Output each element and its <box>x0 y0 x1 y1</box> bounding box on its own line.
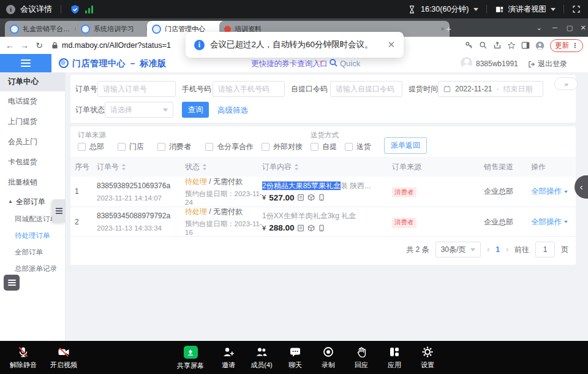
goto-page-input[interactable] <box>535 242 555 258</box>
quick-search-icon[interactable] <box>329 58 338 67</box>
url-text[interactable]: md.maboy.cn/AllOrder?status=1 <box>62 41 171 50</box>
sort-icon[interactable] <box>294 164 299 170</box>
sidebar-sub-all-orders[interactable]: 全部订单 <box>0 244 65 261</box>
table-row[interactable]: 1 83859389251069376a 2023-11-21 14:14:07… <box>70 177 576 207</box>
reload-icon[interactable]: ↻ <box>32 40 47 50</box>
record-button[interactable]: 录制 <box>311 346 345 370</box>
dispatch-return-button[interactable]: 派单返回 <box>384 137 427 154</box>
date-range-picker[interactable]: 2022-11-21 - 结束日期 <box>438 81 543 97</box>
date-start-value[interactable]: 2022-11-21 <box>455 85 492 93</box>
window-minimize-button[interactable]: ─ <box>548 18 562 37</box>
browser-menu-icon[interactable]: ⋮ <box>571 42 578 50</box>
settings-button[interactable]: 设置 <box>410 346 445 370</box>
sidebar-item-card-pickup[interactable]: 卡包提货 <box>0 152 65 172</box>
sidebar-drag-handle[interactable] <box>52 199 66 223</box>
checkbox-icon[interactable] <box>205 143 213 151</box>
order-id[interactable]: 83859389251069376a <box>97 181 185 191</box>
browser-tab-2[interactable]: 系统培训学习 × <box>76 21 154 37</box>
sidebar-item-batch-verify[interactable]: 批量核销 <box>0 172 65 193</box>
order-status-select[interactable]: 请选择 <box>105 102 173 118</box>
collapse-panel-button[interactable]: » <box>554 77 578 90</box>
password-key-icon[interactable] <box>465 41 473 50</box>
logout-button[interactable]: 退出登录 <box>528 59 567 69</box>
network-signal-icon[interactable] <box>85 6 93 13</box>
product-name-highlighted[interactable]: 2份精品大果85苹果礼盒 <box>262 181 341 190</box>
receipt-icon[interactable] <box>297 224 304 232</box>
back-icon[interactable]: ← <box>2 40 17 50</box>
date-end-placeholder[interactable]: 结束日期 <box>503 84 533 94</box>
prev-page-icon[interactable]: ‹ <box>487 245 489 254</box>
user-avatar[interactable] <box>461 57 472 69</box>
order-id[interactable]: 83859345088979792a <box>97 212 185 221</box>
checkbox-icon[interactable] <box>345 143 353 151</box>
pickup-code-input[interactable] <box>330 81 402 97</box>
checkbox-consumer[interactable]: 消费者 <box>157 142 191 152</box>
fullscreen-icon[interactable] <box>572 5 581 13</box>
start-video-button[interactable]: 开启视频 <box>47 346 81 370</box>
sort-icon[interactable] <box>121 164 126 170</box>
page-size-select[interactable]: 30条/页 <box>435 242 481 258</box>
lock-icon[interactable] <box>51 42 58 49</box>
sidebar-item-phone-pickup[interactable]: 电话提货 <box>0 91 65 112</box>
checkbox-hq[interactable]: 总部 <box>78 142 104 152</box>
next-page-icon[interactable]: › <box>506 245 508 254</box>
unmute-button[interactable]: 解除静音 <box>6 346 40 370</box>
sidebar-sub-pending-orders[interactable]: 待处理订单 <box>0 227 65 244</box>
side-panel-icon[interactable] <box>521 41 530 50</box>
sidebar-section-order-center[interactable]: 订单中心 <box>0 72 65 91</box>
checkbox-icon[interactable] <box>157 143 165 151</box>
forward-icon[interactable]: → <box>17 40 32 50</box>
sidebar-item-member-visit[interactable]: 会员上门 <box>0 132 65 152</box>
all-actions-dropdown[interactable]: 全部操作 <box>531 217 576 227</box>
share-screen-button[interactable]: 共享屏幕 <box>173 346 208 370</box>
checkbox-icon[interactable] <box>262 143 270 151</box>
profile-avatar-icon[interactable] <box>535 41 545 50</box>
sidebar-toggle-button[interactable] <box>0 54 51 72</box>
order-no-input[interactable] <box>97 81 176 97</box>
checkbox-icon[interactable] <box>118 143 126 151</box>
sidebar-item-door-pickup[interactable]: 上门提货 <box>0 112 65 132</box>
browser-update-button[interactable]: 更新 ⋮ <box>550 39 583 52</box>
new-tab-button[interactable]: + <box>446 23 451 34</box>
share-icon[interactable] <box>493 41 502 50</box>
window-maximize-button[interactable]: ▢ <box>562 18 577 37</box>
phone-input[interactable] <box>213 81 285 97</box>
col-order-id[interactable]: 订单号 <box>97 162 185 172</box>
react-button[interactable]: 回应 <box>344 346 379 370</box>
zoom-icon[interactable] <box>479 41 488 50</box>
quick-label[interactable]: Quick <box>340 59 360 68</box>
checkbox-warehouse-share[interactable]: 仓分享合作 <box>205 142 254 152</box>
checkbox-external[interactable]: 外部对接 <box>262 142 303 152</box>
package-icon[interactable] <box>307 224 315 232</box>
checkbox-delivery[interactable]: 送货 <box>345 142 371 152</box>
table-row[interactable]: 2 83859345088979792a 2023-11-13 14:33:34… <box>70 207 576 237</box>
receipt-icon[interactable] <box>297 194 304 201</box>
browser-tab-1[interactable]: 礼盒营销平台管理中心 × <box>5 21 83 37</box>
checkbox-icon[interactable] <box>311 143 318 151</box>
checkbox-self-pickup[interactable]: 自提 <box>311 142 337 152</box>
col-status[interactable]: 状态 <box>185 162 262 172</box>
timer-dropdown-icon[interactable] <box>473 8 478 11</box>
tab-search-icon[interactable]: ⌄ <box>532 18 546 37</box>
meeting-details-button[interactable]: 会议详情 <box>20 4 52 15</box>
floating-list-button[interactable] <box>4 275 20 291</box>
advanced-filter-link[interactable]: 高级筛选 <box>217 105 248 116</box>
phone-icon[interactable] <box>318 224 325 232</box>
checkbox-icon[interactable] <box>78 143 86 151</box>
bookmark-star-icon[interactable] <box>507 41 516 50</box>
invite-button[interactable]: 邀请 <box>211 346 246 370</box>
chat-button[interactable]: 聊天 <box>278 346 312 370</box>
view-dropdown-icon[interactable] <box>551 8 556 11</box>
members-button[interactable]: 成员(4) <box>244 346 279 370</box>
toast-close-icon[interactable]: ✕ <box>387 39 395 50</box>
sort-icon[interactable] <box>202 164 207 170</box>
phone-icon[interactable] <box>318 194 325 201</box>
all-actions-dropdown[interactable]: 全部操作 <box>531 186 576 197</box>
col-content[interactable]: 订单内容 <box>262 162 392 172</box>
query-button[interactable]: 查询 <box>182 102 209 118</box>
apps-button[interactable]: 应用 <box>377 346 412 370</box>
window-close-button[interactable]: ✕ <box>576 18 588 37</box>
checkbox-store[interactable]: 门店 <box>118 142 144 152</box>
security-shield-icon[interactable] <box>70 4 80 15</box>
current-page[interactable]: 1 <box>496 245 500 254</box>
